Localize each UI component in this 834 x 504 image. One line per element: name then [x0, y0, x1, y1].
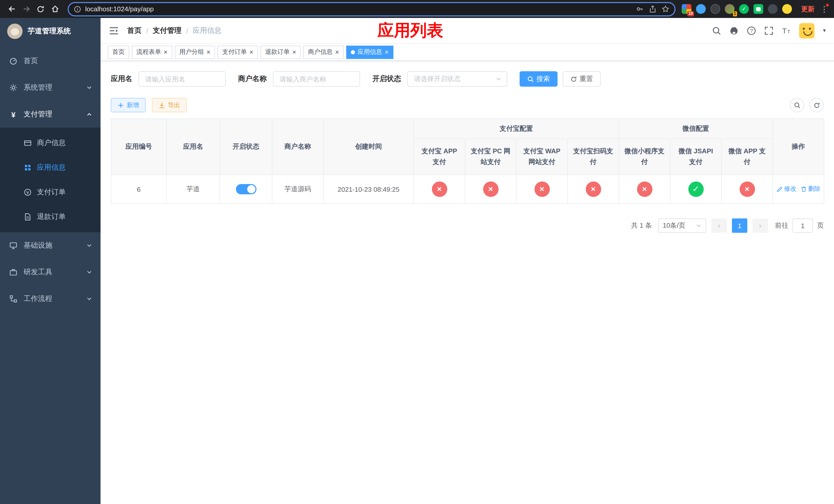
toggle-search-button[interactable]	[790, 98, 804, 112]
cell-wechat-mini: ×	[619, 175, 670, 204]
forward-button[interactable]	[20, 2, 33, 16]
chevron-up-icon	[86, 111, 92, 117]
cell-app-id: 6	[111, 175, 167, 204]
extensions-tray: 10 1 ✓	[682, 4, 792, 14]
close-icon[interactable]: ×	[292, 49, 296, 55]
svg-text:T: T	[788, 29, 790, 34]
search-button[interactable]: 搜索	[520, 71, 557, 87]
extension-icon[interactable]: 1	[725, 4, 734, 14]
breadcrumb-separator: /	[146, 26, 148, 35]
close-icon[interactable]: ×	[249, 49, 253, 55]
tab-app-info[interactable]: 应用信息×	[346, 45, 393, 59]
tab-label: 退款订单	[265, 48, 290, 56]
sidebar-subitem-merchant-info[interactable]: 商户信息	[0, 131, 101, 155]
reload-button[interactable]	[34, 2, 47, 16]
password-key-icon[interactable]	[636, 5, 644, 13]
cell-alipay-wap: ×	[516, 175, 568, 204]
extension-icon[interactable]	[710, 4, 720, 14]
app-name-input[interactable]	[138, 71, 226, 87]
table-row: 6 芋道 芋道源码 2021-10-23 08:49:25 × × × × ×	[111, 175, 824, 204]
home-button[interactable]	[48, 2, 62, 16]
tab-label: 商户信息	[308, 48, 333, 56]
cell-merchant: 芋道源码	[272, 175, 323, 204]
sidebar-item-home[interactable]: 首页	[0, 48, 101, 74]
export-button[interactable]: 导出	[152, 98, 187, 112]
update-button[interactable]: 更新	[801, 4, 814, 14]
delete-link[interactable]: 删除	[800, 185, 820, 193]
extension-icon[interactable]	[696, 4, 706, 14]
tab-merchant-info[interactable]: 商户信息×	[303, 45, 344, 59]
extension-icon[interactable]	[768, 4, 777, 14]
sidebar: 芋道管理系统 首页 系统管理 ¥ 支付管理	[0, 18, 101, 504]
tab-refund-order[interactable]: 退款订单×	[261, 45, 301, 59]
help-icon[interactable]: ?	[747, 26, 756, 35]
profile-avatar[interactable]	[782, 4, 792, 14]
page-number-button[interactable]: 1	[732, 219, 747, 233]
back-button[interactable]	[5, 2, 19, 16]
close-icon[interactable]: ×	[385, 49, 389, 55]
breadcrumb-item-home[interactable]: 首页	[127, 26, 141, 35]
sidebar-item-infrastructure[interactable]: 基础设施	[0, 232, 101, 259]
col-alipay-qr: 支付宝扫码支付	[568, 139, 619, 175]
merchant-name-input[interactable]	[273, 71, 360, 87]
close-icon[interactable]: ×	[335, 49, 339, 55]
extension-icon[interactable]	[753, 4, 763, 14]
edit-link[interactable]: 修改	[776, 185, 796, 193]
filter-form: 应用名 商户名称 开启状态 请选择开启状态	[111, 71, 824, 87]
tab-home[interactable]: 首页	[108, 45, 129, 59]
sidebar-item-payment[interactable]: ¥ 支付管理	[0, 101, 101, 128]
delete-link-label: 删除	[808, 185, 820, 193]
status-select[interactable]: 请选择开启状态	[407, 71, 507, 87]
bookmark-star-icon[interactable]	[662, 5, 670, 13]
font-size-icon[interactable]: TT	[782, 26, 791, 35]
col-merchant: 商户名称	[272, 119, 323, 175]
extension-icon[interactable]: 10	[682, 4, 692, 14]
prev-page-button[interactable]: ‹	[711, 219, 727, 233]
share-icon[interactable]	[649, 5, 657, 13]
tab-process-form[interactable]: 流程表单×	[132, 45, 172, 59]
site-info-icon[interactable]	[74, 5, 81, 13]
add-button[interactable]: 新增	[111, 98, 146, 112]
add-button-label: 新增	[127, 101, 139, 110]
sidebar-item-dev-tools[interactable]: 研发工具	[0, 259, 101, 285]
browser-menu-button[interactable]: ⋮	[820, 4, 829, 14]
sidebar-logo-row[interactable]: 芋道管理系统	[0, 18, 101, 45]
refresh-table-button[interactable]	[809, 98, 824, 112]
close-icon[interactable]: ×	[163, 49, 168, 55]
status-toggle[interactable]	[236, 184, 256, 194]
github-icon[interactable]	[730, 26, 739, 35]
sidebar-subitem-app-info[interactable]: 应用信息	[0, 155, 101, 180]
sidebar-collapse-icon[interactable]	[109, 25, 119, 36]
cell-actions: 修改 删除	[773, 175, 824, 204]
search-icon[interactable]	[712, 26, 721, 35]
col-app-id: 应用编号	[111, 119, 167, 175]
sidebar-subitem-refund-order[interactable]: 退款订单	[0, 205, 101, 229]
yen-icon: ¥	[9, 110, 18, 119]
sidebar-item-workflow[interactable]: 工作流程	[0, 285, 101, 312]
sidebar-subitem-payment-order[interactable]: 支付订单	[0, 180, 101, 205]
col-alipay-app: 支付宝 APP 支付	[414, 139, 465, 175]
extension-badge: 1	[733, 11, 737, 17]
toolbox-icon	[9, 268, 18, 276]
sidebar-item-system[interactable]: 系统管理	[0, 74, 101, 101]
tab-payment-order[interactable]: 支付订单×	[218, 45, 258, 59]
user-avatar[interactable]	[799, 23, 815, 38]
page-size-select[interactable]: 10条/页	[658, 219, 706, 233]
extension-icon[interactable]: ✓	[739, 4, 749, 14]
reset-button[interactable]: 重置	[563, 71, 601, 87]
breadcrumb-item-payment[interactable]: 支付管理	[153, 26, 181, 35]
next-page-button[interactable]: ›	[752, 219, 768, 233]
close-icon[interactable]: ×	[206, 49, 210, 55]
gear-icon	[9, 84, 18, 92]
chevron-down-icon	[86, 296, 92, 302]
tab-user-group[interactable]: 用户分组×	[175, 45, 215, 59]
refresh-icon	[570, 76, 577, 82]
fullscreen-icon[interactable]	[765, 26, 774, 35]
page-size-label: 10条/页	[663, 221, 685, 230]
app-name-label: 应用名	[111, 74, 132, 84]
address-bar[interactable]: localhost:1024/pay/app	[68, 2, 676, 16]
jump-page-input[interactable]	[792, 219, 813, 233]
chevron-down-icon[interactable]: ▾	[823, 27, 826, 34]
grid-icon	[24, 164, 32, 172]
tags-bar: 首页 流程表单× 用户分组× 支付订单× 退款订单× 商户信息× 应用信息×	[101, 44, 834, 61]
